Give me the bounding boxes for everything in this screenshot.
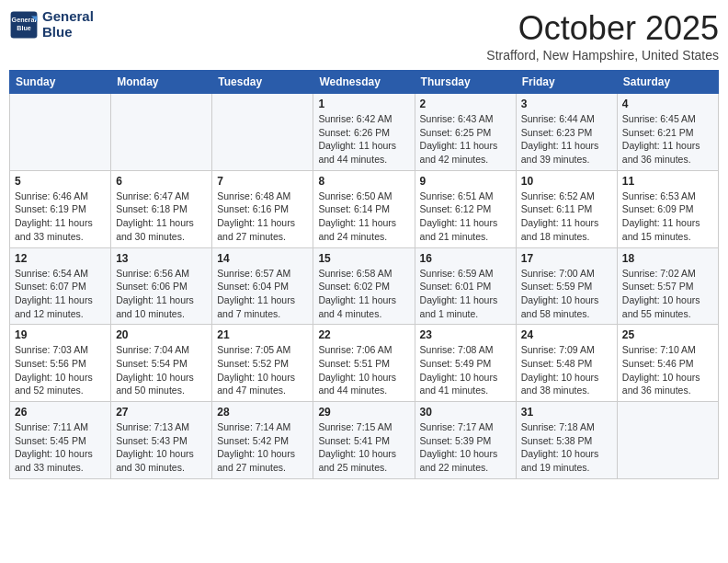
day-number: 4 — [622, 98, 713, 110]
day-number: 7 — [217, 175, 308, 188]
day-info: Sunrise: 7:13 AMSunset: 5:43 PMDaylight:… — [116, 420, 207, 475]
calendar-cell: 23Sunrise: 7:08 AMSunset: 5:49 PMDayligh… — [415, 325, 516, 402]
month-title: October 2025 — [486, 9, 719, 48]
calendar-week-row: 12Sunrise: 6:54 AMSunset: 6:07 PMDayligh… — [10, 247, 719, 325]
calendar-cell: 21Sunrise: 7:05 AMSunset: 5:52 PMDayligh… — [212, 325, 313, 402]
calendar-cell: 25Sunrise: 7:10 AMSunset: 5:46 PMDayligh… — [617, 325, 718, 402]
logo-text: General Blue — [42, 9, 94, 40]
calendar-cell: 31Sunrise: 7:18 AMSunset: 5:38 PMDayligh… — [516, 402, 617, 479]
day-number: 19 — [15, 328, 106, 341]
calendar-cell: 20Sunrise: 7:04 AMSunset: 5:54 PMDayligh… — [111, 325, 212, 402]
calendar-week-row: 1Sunrise: 6:42 AMSunset: 6:26 PMDaylight… — [10, 94, 719, 171]
day-info: Sunrise: 6:43 AMSunset: 6:25 PMDaylight:… — [420, 112, 511, 167]
weekday-header: Tuesday — [212, 71, 313, 94]
calendar-cell: 13Sunrise: 6:56 AMSunset: 6:06 PMDayligh… — [111, 247, 212, 325]
weekday-row: SundayMondayTuesdayWednesdayThursdayFrid… — [10, 71, 719, 94]
calendar-cell: 5Sunrise: 6:46 AMSunset: 6:19 PMDaylight… — [10, 170, 111, 247]
day-number: 16 — [420, 252, 511, 265]
calendar-cell — [617, 402, 718, 479]
day-number: 28 — [217, 406, 308, 419]
calendar-cell: 10Sunrise: 6:52 AMSunset: 6:11 PMDayligh… — [516, 170, 617, 247]
day-number: 25 — [622, 328, 713, 341]
day-number: 30 — [420, 406, 511, 419]
logo: General Blue General Blue — [9, 9, 94, 40]
calendar-body: 1Sunrise: 6:42 AMSunset: 6:26 PMDaylight… — [10, 94, 719, 479]
day-number: 24 — [521, 328, 612, 341]
weekday-header: Saturday — [617, 71, 718, 94]
day-info: Sunrise: 6:58 AMSunset: 6:02 PMDaylight:… — [318, 267, 409, 321]
day-info: Sunrise: 6:45 AMSunset: 6:21 PMDaylight:… — [622, 112, 713, 167]
day-number: 2 — [420, 98, 511, 110]
day-number: 9 — [420, 175, 511, 188]
day-info: Sunrise: 6:51 AMSunset: 6:12 PMDaylight:… — [420, 190, 511, 244]
day-info: Sunrise: 7:05 AMSunset: 5:52 PMDaylight:… — [217, 343, 308, 397]
day-info: Sunrise: 6:56 AMSunset: 6:06 PMDaylight:… — [116, 267, 207, 321]
day-number: 3 — [521, 98, 612, 110]
calendar-table: SundayMondayTuesdayWednesdayThursdayFrid… — [9, 70, 719, 479]
day-number: 20 — [116, 328, 207, 341]
weekday-header: Thursday — [415, 71, 516, 94]
day-info: Sunrise: 7:17 AMSunset: 5:39 PMDaylight:… — [420, 420, 511, 475]
location: Strafford, New Hampshire, United States — [486, 48, 719, 63]
day-number: 10 — [521, 175, 612, 188]
title-block: October 2025 Strafford, New Hampshire, U… — [486, 9, 719, 63]
day-info: Sunrise: 6:53 AMSunset: 6:09 PMDaylight:… — [622, 190, 713, 244]
calendar-cell: 28Sunrise: 7:14 AMSunset: 5:42 PMDayligh… — [212, 402, 313, 479]
calendar-cell: 18Sunrise: 7:02 AMSunset: 5:57 PMDayligh… — [617, 247, 718, 325]
calendar-week-row: 19Sunrise: 7:03 AMSunset: 5:56 PMDayligh… — [10, 325, 719, 402]
calendar-week-row: 26Sunrise: 7:11 AMSunset: 5:45 PMDayligh… — [10, 402, 719, 479]
day-number: 11 — [622, 175, 713, 188]
calendar-cell: 26Sunrise: 7:11 AMSunset: 5:45 PMDayligh… — [10, 402, 111, 479]
weekday-header: Monday — [111, 71, 212, 94]
day-info: Sunrise: 7:04 AMSunset: 5:54 PMDaylight:… — [116, 343, 207, 397]
calendar-cell: 30Sunrise: 7:17 AMSunset: 5:39 PMDayligh… — [415, 402, 516, 479]
day-number: 1 — [318, 98, 409, 110]
day-info: Sunrise: 6:42 AMSunset: 6:26 PMDaylight:… — [318, 112, 409, 167]
day-number: 13 — [116, 252, 207, 265]
calendar-cell — [111, 94, 212, 171]
page-header: General Blue General Blue October 2025 S… — [9, 9, 719, 63]
calendar-cell: 8Sunrise: 6:50 AMSunset: 6:14 PMDaylight… — [313, 170, 415, 247]
calendar-cell: 19Sunrise: 7:03 AMSunset: 5:56 PMDayligh… — [10, 325, 111, 402]
calendar-cell: 15Sunrise: 6:58 AMSunset: 6:02 PMDayligh… — [313, 247, 415, 325]
day-info: Sunrise: 6:59 AMSunset: 6:01 PMDaylight:… — [420, 267, 511, 321]
weekday-header: Friday — [516, 71, 617, 94]
day-number: 15 — [318, 252, 409, 265]
day-number: 5 — [15, 175, 106, 188]
day-number: 27 — [116, 406, 207, 419]
calendar-cell: 11Sunrise: 6:53 AMSunset: 6:09 PMDayligh… — [617, 170, 718, 247]
day-info: Sunrise: 7:02 AMSunset: 5:57 PMDaylight:… — [622, 267, 713, 321]
day-info: Sunrise: 7:00 AMSunset: 5:59 PMDaylight:… — [521, 267, 612, 321]
day-info: Sunrise: 7:14 AMSunset: 5:42 PMDaylight:… — [217, 420, 308, 475]
day-info: Sunrise: 6:54 AMSunset: 6:07 PMDaylight:… — [15, 267, 106, 321]
day-info: Sunrise: 6:50 AMSunset: 6:14 PMDaylight:… — [318, 190, 409, 244]
day-info: Sunrise: 7:15 AMSunset: 5:41 PMDaylight:… — [318, 420, 409, 475]
day-info: Sunrise: 6:52 AMSunset: 6:11 PMDaylight:… — [521, 190, 612, 244]
day-info: Sunrise: 7:11 AMSunset: 5:45 PMDaylight:… — [15, 420, 106, 475]
logo-icon: General Blue — [9, 10, 39, 40]
day-info: Sunrise: 7:10 AMSunset: 5:46 PMDaylight:… — [622, 343, 713, 397]
calendar-cell: 17Sunrise: 7:00 AMSunset: 5:59 PMDayligh… — [516, 247, 617, 325]
calendar-cell: 1Sunrise: 6:42 AMSunset: 6:26 PMDaylight… — [313, 94, 415, 171]
calendar-week-row: 5Sunrise: 6:46 AMSunset: 6:19 PMDaylight… — [10, 170, 719, 247]
day-number: 31 — [521, 406, 612, 419]
calendar-cell: 3Sunrise: 6:44 AMSunset: 6:23 PMDaylight… — [516, 94, 617, 171]
day-number: 8 — [318, 175, 409, 188]
day-info: Sunrise: 7:06 AMSunset: 5:51 PMDaylight:… — [318, 343, 409, 397]
day-number: 18 — [622, 252, 713, 265]
weekday-header: Sunday — [10, 71, 111, 94]
calendar-cell: 22Sunrise: 7:06 AMSunset: 5:51 PMDayligh… — [313, 325, 415, 402]
day-info: Sunrise: 6:46 AMSunset: 6:19 PMDaylight:… — [15, 190, 106, 244]
calendar-cell: 2Sunrise: 6:43 AMSunset: 6:25 PMDaylight… — [415, 94, 516, 171]
calendar-cell — [212, 94, 313, 171]
day-info: Sunrise: 6:44 AMSunset: 6:23 PMDaylight:… — [521, 112, 612, 167]
day-number: 14 — [217, 252, 308, 265]
day-info: Sunrise: 7:08 AMSunset: 5:49 PMDaylight:… — [420, 343, 511, 397]
calendar-cell: 4Sunrise: 6:45 AMSunset: 6:21 PMDaylight… — [617, 94, 718, 171]
day-number: 22 — [318, 328, 409, 341]
calendar-header: SundayMondayTuesdayWednesdayThursdayFrid… — [10, 71, 719, 94]
day-number: 21 — [217, 328, 308, 341]
day-info: Sunrise: 6:47 AMSunset: 6:18 PMDaylight:… — [116, 190, 207, 244]
day-number: 23 — [420, 328, 511, 341]
calendar-cell: 27Sunrise: 7:13 AMSunset: 5:43 PMDayligh… — [111, 402, 212, 479]
